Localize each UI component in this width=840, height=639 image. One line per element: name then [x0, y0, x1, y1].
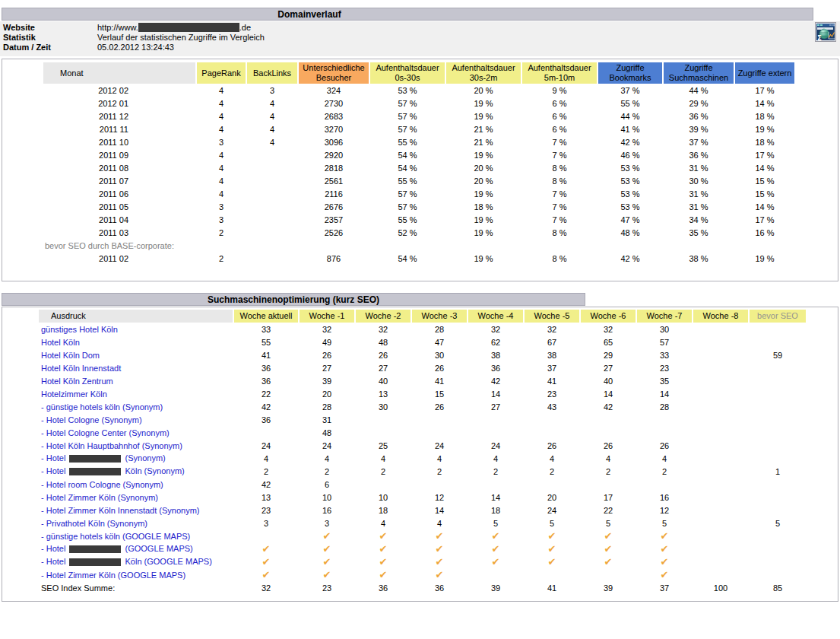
rank-value-cell: 36 [234, 413, 298, 426]
keyword-link[interactable]: - günstige hotels köln (Synonym) [39, 400, 233, 413]
rank-value-cell: 41 [234, 348, 298, 361]
stat-value-cell: 876 [299, 252, 369, 265]
rank-value-cell: 24 [412, 439, 467, 452]
stat-value-cell: 2526 [299, 226, 369, 239]
column-header-aufenthaltsdauer-5m-10m: Aufenthaltsdauer 5m-10m [522, 62, 597, 84]
rank-value-cell: 100 [693, 581, 748, 594]
check-icon: ✔ [323, 530, 331, 542]
rank-value-cell: 22 [581, 504, 636, 517]
keyword-link[interactable]: Hotel Köln Zentrum [39, 374, 233, 387]
rank-value-cell [412, 413, 467, 426]
stat-value-cell: 57 % [370, 122, 445, 135]
rank-value-cell [525, 426, 579, 439]
spacer-cell [5, 187, 42, 200]
rank-value-cell [693, 529, 748, 542]
stat-value-cell: 14 % [735, 161, 794, 174]
spacer-cell [5, 323, 37, 335]
keyword-link[interactable]: - Hotel (Synonym) [39, 452, 233, 465]
rank-value-cell: 27 [468, 400, 523, 413]
stat-value-cell: 6 % [522, 122, 597, 135]
keyword-row: - Hotel Köln (GOOGLE MAPS)✔✔✔✔✔✔✔✔ [5, 555, 806, 568]
rank-value-cell: ✔ [412, 555, 467, 568]
stat-value-cell [247, 148, 297, 161]
keyword-link[interactable]: - Hotel Köln Hauptbahnhof (Synonym) [39, 439, 233, 452]
spacer-cell [5, 200, 42, 213]
keyword-row: - Hotel Zimmer Köln Innenstadt (Synonym)… [5, 504, 806, 517]
keyword-link[interactable]: - Privathotel Köln (Synonym) [39, 517, 233, 529]
column-header-woche-5: Woche -5 [525, 310, 579, 323]
month-cell: 2011 08 [43, 161, 195, 174]
spacer-cell [5, 542, 37, 555]
keyword-link[interactable]: - Hotel Köln (Synonym) [39, 465, 233, 478]
rank-value-cell: 2 [356, 465, 410, 478]
rank-value-cell: 36 [234, 374, 298, 387]
keyword-link[interactable]: - günstige hotels köln (GOOGLE MAPS) [39, 529, 233, 542]
rank-value-cell: 30 [356, 400, 410, 413]
rank-value-cell [750, 529, 806, 542]
rank-value-cell [693, 478, 748, 491]
keyword-row: - Hotel (Synonym)44444444 [5, 452, 806, 465]
stat-value-cell: 19 % [735, 252, 794, 265]
keyword-link[interactable]: - Hotel Köln (GOOGLE MAPS) [39, 555, 233, 568]
redacted-keyword [69, 545, 121, 553]
keyword-link[interactable]: - Hotel Cologne (Synonym) [39, 413, 233, 426]
spacer-cell [5, 413, 37, 426]
rank-value-cell: 27 [356, 361, 410, 374]
website-label: Website [3, 23, 35, 33]
rank-value-cell: 3 [300, 517, 354, 529]
stat-value-cell [247, 200, 297, 213]
keyword-link[interactable]: Hotel Köln Dom [39, 348, 233, 361]
rank-value-cell [581, 413, 636, 426]
rank-value-cell: 41 [525, 374, 579, 387]
stat-value-cell: 2676 [299, 200, 369, 213]
rank-value-cell: 2 [525, 465, 579, 478]
rank-value-cell: 29 [581, 348, 636, 361]
keyword-link[interactable]: Hotel Köln [39, 335, 233, 348]
rank-value-cell: 62 [468, 335, 523, 348]
domain-history-title: Domainverlauf [2, 8, 813, 21]
stat-value-cell: 38 % [664, 252, 734, 265]
keyword-link[interactable]: - Hotel Zimmer Köln Innenstadt (Synonym) [39, 504, 233, 517]
rank-value-cell: 48 [356, 335, 410, 348]
rank-value-cell [750, 555, 806, 568]
rank-value-cell [581, 426, 636, 439]
rank-value-cell [468, 413, 523, 426]
statistics-globe-chart-icon: Σ [815, 22, 836, 42]
keyword-link[interactable]: - Hotel Zimmer Köln (Synonym) [39, 491, 233, 504]
table-row: 2012 024332453 %20 %9 %37 %44 %17 % [5, 84, 794, 97]
rank-value-cell [356, 478, 410, 491]
rank-value-cell: 36 [356, 581, 410, 594]
stat-value-cell: 4 [197, 110, 246, 122]
rank-value-cell: 24 [300, 439, 354, 452]
stat-value-cell: 2683 [299, 110, 369, 122]
rank-value-cell [637, 426, 692, 439]
rank-value-cell [525, 413, 579, 426]
keyword-link[interactable]: - Hotel Cologne Center (Synonym) [39, 426, 233, 439]
keyword-link[interactable]: Hotel Köln Innenstadt [39, 361, 233, 374]
spacer-cell [5, 568, 37, 581]
check-icon: ✔ [604, 530, 613, 542]
keyword-link[interactable]: günstiges Hotel Köln [39, 323, 233, 335]
stat-value-cell: 42 % [598, 252, 662, 265]
rank-value-cell: 49 [300, 335, 354, 348]
stat-value-cell: 3 [197, 200, 246, 213]
stat-value-cell: 6 % [522, 110, 597, 122]
rank-value-cell [693, 387, 748, 400]
rank-value-cell [693, 323, 748, 335]
check-icon: ✔ [661, 556, 669, 567]
rank-value-cell: 5 [581, 517, 636, 529]
rank-value-cell [693, 568, 748, 581]
rank-value-cell: ✔ [300, 542, 354, 555]
rank-value-cell [750, 374, 806, 387]
keyword-link[interactable]: - Hotel (GOOGLE MAPS) [39, 542, 233, 555]
stat-value-cell: 2 [197, 226, 246, 239]
keyword-link[interactable]: - Hotel Zimmer Köln (GOOGLE MAPS) [39, 568, 233, 581]
month-cell: 2011 10 [43, 135, 195, 148]
keyword-link[interactable]: - Hotel room Cologne (Synonym) [39, 478, 233, 491]
keyword-link[interactable]: Hotelzimmer Köln [39, 387, 233, 400]
rank-value-cell: ✔ [234, 555, 298, 568]
column-header-woche-1: Woche -1 [300, 310, 354, 323]
spacer-cell [5, 426, 37, 439]
table-row: 2011 084281854 %20 %8 %53 %31 %14 % [5, 161, 794, 174]
rank-value-cell [750, 387, 806, 400]
